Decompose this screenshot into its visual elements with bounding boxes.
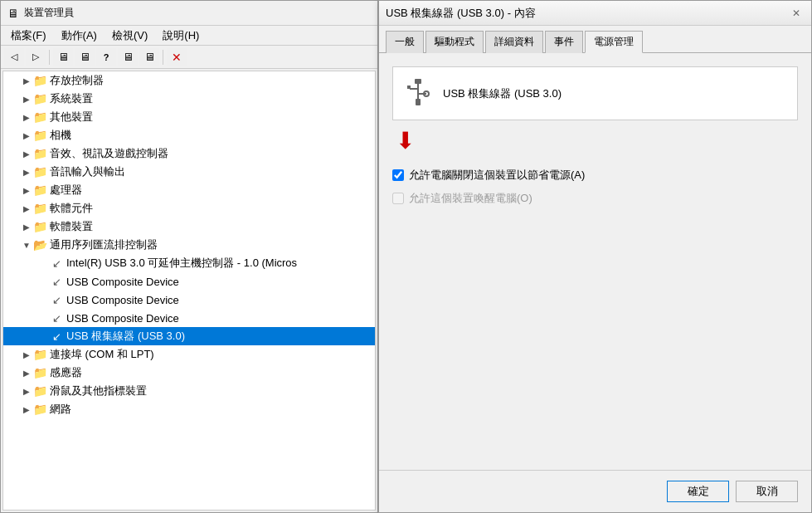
power-option-1-row: 允許電腦關閉這個裝置以節省電源(A) — [392, 168, 798, 183]
expand-system: ▶ — [20, 92, 33, 105]
dm-title-icon: 🖥 — [7, 7, 19, 20]
svg-rect-0 — [415, 79, 421, 84]
tree-label-camera: 相機 — [50, 128, 71, 143]
cancel-button[interactable]: 取消 — [736, 481, 798, 502]
expand-camera: ▶ — [20, 129, 33, 142]
tree-label-network: 網路 — [50, 402, 71, 417]
tree-item-cpu[interactable]: ▶ 📁 處理器 — [3, 181, 375, 199]
toolbar-btn-2[interactable]: 🖥 — [75, 48, 95, 66]
expand-com: ▶ — [20, 348, 33, 361]
tab-general[interactable]: 一般 — [386, 31, 424, 53]
tree-item-other[interactable]: ▶ 📁 其他裝置 — [3, 108, 375, 126]
tree-item-swcomp[interactable]: ▶ 📁 軟體元件 — [3, 199, 375, 217]
dm-titlebar: 🖥 裝置管理員 — [1, 1, 377, 26]
toolbar-forward[interactable]: ▷ — [26, 48, 46, 66]
tree-item-audioin[interactable]: ▶ 📁 音訊輸入與輸出 — [3, 163, 375, 181]
svg-rect-3 — [407, 86, 411, 89]
folder-icon-network: 📁 — [33, 403, 46, 416]
props-tabs: 一般 驅動程式 詳細資料 事件 電源管理 — [379, 26, 811, 53]
toolbar-back[interactable]: ◁ — [4, 48, 24, 66]
tree-item-storage[interactable]: ▶ 📁 存放控制器 — [3, 71, 375, 90]
tree-label-sensor: 感應器 — [50, 365, 82, 380]
tree-item-sensor[interactable]: ▶ 📁 感應器 — [3, 364, 375, 382]
folder-icon-swdev: 📁 — [33, 220, 46, 233]
tree-item-swdev[interactable]: ▶ 📁 軟體裝置 — [3, 217, 375, 236]
tab-driver[interactable]: 驅動程式 — [425, 31, 484, 53]
tree-item-usb-controllers[interactable]: ▼ 📂 通用序列匯流排控制器 — [3, 236, 375, 254]
props-titlebar: USB 根集線器 (USB 3.0) - 內容 ✕ — [379, 1, 811, 26]
folder-icon-mouse: 📁 — [33, 384, 46, 398]
tree-item-audio[interactable]: ▶ 📁 音效、視訊及遊戲控制器 — [3, 144, 375, 163]
usb-icon — [403, 77, 433, 107]
menu-file[interactable]: 檔案(F) — [4, 27, 53, 45]
folder-icon-audioin: 📁 — [33, 165, 46, 178]
tree-item-camera[interactable]: ▶ 📁 相機 — [3, 126, 375, 144]
expand-cpu: ▶ — [20, 183, 33, 197]
props-footer: 確定 取消 — [379, 470, 811, 512]
allow-wakeup-label: 允許這個裝置喚醒電腦(O) — [409, 191, 532, 206]
tree-item-usb-hub[interactable]: ↙ USB 根集線器 (USB 3.0) — [3, 327, 375, 345]
power-options: 允許電腦關閉這個裝置以節省電源(A) 允許這個裝置喚醒電腦(O) — [392, 161, 798, 213]
allow-wakeup-checkbox[interactable] — [392, 193, 404, 204]
folder-icon-usb: 📂 — [33, 238, 46, 252]
toolbar-btn-3[interactable]: 🖥 — [118, 48, 138, 66]
props-title-text: USB 根集線器 (USB 3.0) - 內容 — [386, 6, 536, 21]
device-name-container: USB 根集線器 (USB 3.0) — [443, 86, 562, 101]
tree-label-audio: 音效、視訊及遊戲控制器 — [50, 146, 168, 161]
tree-item-network[interactable]: ▶ 📁 網路 — [3, 400, 375, 418]
tree-label-intel-usb: Intel(R) USB 3.0 可延伸主機控制器 - 1.0 (Micros — [66, 256, 297, 271]
folder-icon-system: 📁 — [33, 92, 46, 105]
menu-view[interactable]: 檢視(V) — [105, 27, 154, 45]
svg-rect-6 — [416, 99, 421, 105]
menu-action[interactable]: 動作(A) — [55, 27, 104, 45]
dm-tree[interactable]: ▶ 📁 存放控制器 ▶ 📁 系統裝置 ▶ 📁 其他裝置 ▶ 📁 相機 ▶ 📁 音… — [2, 71, 376, 511]
tab-events[interactable]: 事件 — [545, 31, 583, 53]
expand-composite-1 — [36, 275, 50, 288]
expand-mouse: ▶ — [20, 384, 33, 398]
folder-icon-other: 📁 — [33, 110, 46, 124]
arrow-icon: ⬇ — [396, 127, 415, 154]
tab-power-management[interactable]: 電源管理 — [585, 31, 643, 53]
allow-shutdown-checkbox[interactable] — [392, 169, 404, 181]
dm-toolbar: ◁ ▷ 🖥 🖥 ? 🖥 🖥 ✕ — [1, 46, 377, 69]
toolbar-delete[interactable]: ✕ — [167, 48, 187, 66]
tree-label-usb-controllers: 通用序列匯流排控制器 — [50, 237, 158, 252]
tree-label-other: 其他裝置 — [50, 110, 93, 125]
tree-label-com: 連接埠 (COM 和 LPT) — [50, 347, 154, 362]
menu-help[interactable]: 說明(H) — [156, 27, 206, 45]
tree-label-swcomp: 軟體元件 — [50, 201, 93, 216]
folder-icon-cpu: 📁 — [33, 183, 46, 197]
folder-icon-audio: 📁 — [33, 147, 46, 160]
props-body: USB 根集線器 (USB 3.0) ⬇ 允許電腦關閉這個裝置以節省電源(A) … — [379, 53, 811, 470]
tree-item-intel-usb[interactable]: ↙ Intel(R) USB 3.0 可延伸主機控制器 - 1.0 (Micro… — [3, 254, 375, 272]
props-close-button[interactable]: ✕ — [788, 5, 805, 22]
expand-usb-hub — [36, 330, 50, 343]
tree-item-mouse[interactable]: ▶ 📁 滑鼠及其他指標裝置 — [3, 382, 375, 400]
tree-item-composite-1[interactable]: ↙ USB Composite Device — [3, 272, 375, 291]
tree-item-system[interactable]: ▶ 📁 系統裝置 — [3, 90, 375, 108]
tab-details[interactable]: 詳細資料 — [485, 31, 543, 53]
expand-network: ▶ — [20, 403, 33, 416]
expand-audio: ▶ — [20, 147, 33, 160]
folder-icon-com: 📁 — [33, 348, 46, 361]
device-icon-composite-3: ↙ — [50, 311, 63, 325]
expand-composite-3 — [36, 311, 50, 325]
expand-audioin: ▶ — [20, 165, 33, 178]
tree-item-composite-2[interactable]: ↙ USB Composite Device — [3, 291, 375, 309]
toolbar-sep-1 — [49, 50, 50, 65]
ok-button[interactable]: 確定 — [667, 481, 729, 502]
toolbar-sep-2 — [163, 50, 163, 65]
device-icon-intel-usb: ↙ — [50, 256, 63, 270]
toolbar-btn-1[interactable]: 🖥 — [53, 48, 73, 66]
toolbar-help[interactable]: ? — [96, 48, 116, 66]
device-icon-composite-1: ↙ — [50, 275, 63, 288]
tree-label-composite-1: USB Composite Device — [66, 276, 179, 288]
toolbar-btn-4[interactable]: 🖥 — [139, 48, 159, 66]
tree-item-composite-3[interactable]: ↙ USB Composite Device — [3, 309, 375, 327]
allow-shutdown-label[interactable]: 允許電腦關閉這個裝置以節省電源(A) — [409, 168, 585, 183]
power-option-2-row: 允許這個裝置喚醒電腦(O) — [392, 191, 798, 206]
tree-item-com[interactable]: ▶ 📁 連接埠 (COM 和 LPT) — [3, 345, 375, 364]
device-icon-composite-2: ↙ — [50, 293, 63, 306]
tree-label-mouse: 滑鼠及其他指標裝置 — [50, 384, 147, 398]
tree-label-usb-hub: USB 根集線器 (USB 3.0) — [66, 329, 185, 344]
